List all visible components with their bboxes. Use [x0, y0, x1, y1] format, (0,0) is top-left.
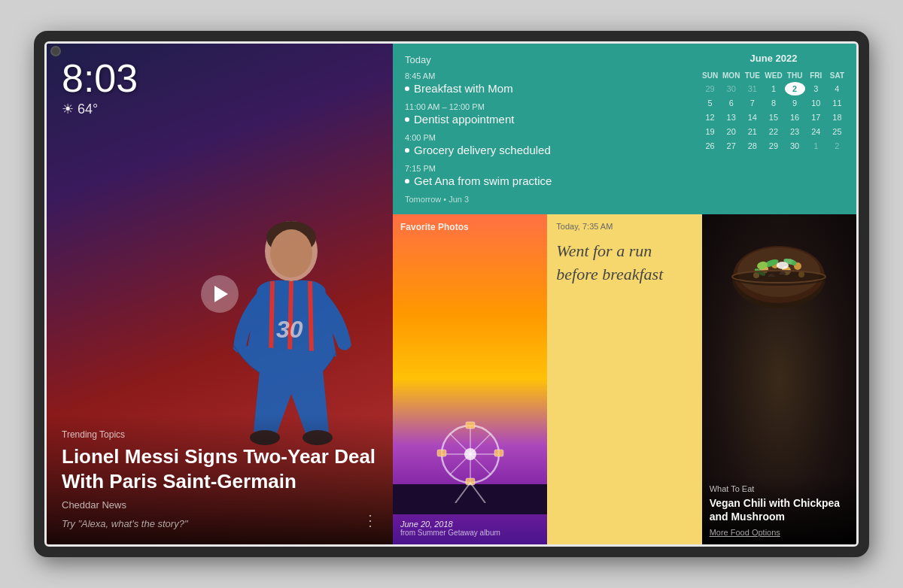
cal-day[interactable]: 28 — [742, 139, 762, 153]
news-content: Trending Topics Lionel Messi Signs Two-Y… — [47, 414, 393, 544]
cal-day[interactable]: 26 — [700, 139, 720, 153]
event-1-title: Breakfast with Mom — [405, 82, 679, 95]
cal-day[interactable]: 19 — [700, 125, 720, 138]
cal-day[interactable]: 21 — [742, 125, 762, 138]
left-panel: 30 8:03 ☀ 64° Trending Topics Lion — [47, 44, 393, 544]
photo-date: June 20, 2018 — [400, 520, 540, 529]
svg-line-17 — [470, 483, 485, 503]
mini-calendar: June 2022 SUN MON TUE WED THU FRI SAT 29… — [691, 44, 856, 214]
cal-fri: FRI — [806, 70, 826, 81]
cal-day[interactable]: 16 — [785, 111, 805, 124]
tomorrow-label: Tomorrow • Jun 3 — [405, 195, 679, 204]
cal-day[interactable]: 29 — [700, 82, 720, 95]
cal-day[interactable]: 13 — [721, 111, 741, 124]
event-4[interactable]: 7:15 PM Get Ana from swim practice — [405, 164, 679, 187]
svg-point-32 — [792, 261, 796, 265]
cal-day[interactable]: 3 — [806, 82, 826, 95]
calendar-title: June 2022 — [700, 53, 847, 64]
cal-day[interactable]: 30 — [785, 139, 805, 153]
note-text: Went for a run before breakfast — [556, 240, 692, 537]
cal-day[interactable]: 11 — [827, 96, 847, 110]
cal-day[interactable]: 1 — [806, 139, 826, 153]
cal-day[interactable]: 14 — [742, 111, 762, 124]
cal-tue: TUE — [742, 70, 762, 81]
ferris-wheel-icon — [429, 420, 512, 503]
svg-point-33 — [789, 259, 792, 263]
cal-day-today[interactable]: 2 — [785, 82, 805, 95]
cal-day[interactable]: 5 — [700, 96, 720, 110]
event-3[interactable]: 4:00 PM Grocery delivery scheduled — [405, 133, 679, 156]
cal-mon: MON — [721, 70, 741, 81]
event-dot — [405, 117, 409, 122]
cal-day[interactable]: 27 — [721, 139, 741, 153]
cal-day[interactable]: 15 — [763, 111, 783, 124]
food-recipe-title: Vegan Chili with Chickpea and Mushroom — [710, 496, 849, 523]
play-button[interactable] — [201, 275, 239, 313]
weather-display: ☀ 64° — [62, 101, 138, 117]
food-content: What To Eat Vegan Chili with Chickpea an… — [702, 214, 856, 544]
today-label: Today — [405, 54, 679, 65]
right-panel: Today 8:45 AM Breakfast with Mom 11:00 A… — [393, 44, 856, 544]
photos-tile-label: Favorite Photos — [400, 222, 540, 232]
event-2[interactable]: 11:00 AM – 12:00 PM Dentist appointment — [405, 102, 679, 126]
alexa-prompt: Try "Alexa, what's the story?" — [62, 518, 378, 529]
camera-icon — [50, 46, 61, 56]
svg-rect-15 — [437, 450, 446, 456]
photos-tile-label-area: Favorite Photos — [400, 222, 540, 238]
screen: 30 8:03 ☀ 64° Trending Topics Lion — [44, 41, 859, 547]
event-2-title: Dentist appointment — [405, 113, 679, 126]
event-3-time: 4:00 PM — [405, 133, 679, 142]
event-dot — [405, 148, 409, 153]
cal-day[interactable]: 30 — [721, 82, 741, 95]
today-events: Today 8:45 AM Breakfast with Mom 11:00 A… — [393, 44, 691, 214]
clock: 8:03 — [62, 59, 138, 98]
note-timestamp: Today, 7:35 AM — [556, 222, 692, 231]
bottom-tiles: Favorite Photos June 20, 2018 from Summe… — [393, 214, 856, 544]
cal-day[interactable]: 1 — [763, 82, 783, 95]
note-content: Today, 7:35 AM Went for a run before bre… — [547, 214, 701, 544]
cal-day[interactable]: 18 — [827, 111, 847, 124]
event-dot — [405, 179, 409, 183]
note-tile[interactable]: Today, 7:35 AM Went for a run before bre… — [547, 214, 701, 544]
sun-icon: ☀ — [62, 101, 74, 117]
event-4-time: 7:15 PM — [405, 164, 679, 173]
cal-sat: SAT — [827, 70, 847, 81]
cal-day[interactable]: 29 — [763, 139, 783, 153]
cal-day[interactable]: 6 — [721, 96, 741, 110]
more-food-options-link[interactable]: More Food Options — [710, 528, 849, 537]
event-4-title: Get Ana from swim practice — [405, 174, 679, 187]
photos-tile[interactable]: Favorite Photos June 20, 2018 from Summe… — [393, 214, 547, 544]
cal-day[interactable]: 20 — [721, 125, 741, 138]
event-1[interactable]: 8:45 AM Breakfast with Mom — [405, 71, 679, 95]
cal-day[interactable]: 12 — [700, 111, 720, 124]
cal-day[interactable]: 7 — [742, 96, 762, 110]
svg-line-16 — [455, 483, 470, 503]
photo-album: from Summer Getaway album — [400, 529, 540, 537]
event-dot — [405, 86, 409, 91]
cal-day[interactable]: 17 — [806, 111, 826, 124]
cal-day[interactable]: 4 — [827, 82, 847, 95]
cal-day[interactable]: 22 — [763, 125, 783, 138]
more-menu-button[interactable]: ⋮ — [363, 511, 378, 529]
cal-sun: SUN — [700, 70, 720, 81]
food-overlay: What To Eat Vegan Chili with Chickpea an… — [702, 477, 856, 544]
food-section-label: What To Eat — [710, 484, 849, 493]
trending-label: Trending Topics — [62, 429, 378, 440]
event-1-time: 8:45 AM — [405, 71, 679, 80]
cal-day[interactable]: 31 — [742, 82, 762, 95]
cal-wed: WED — [763, 70, 783, 81]
food-bowl-image — [726, 233, 832, 312]
svg-point-30 — [777, 262, 789, 269]
cal-day[interactable]: 2 — [827, 139, 847, 153]
news-headline[interactable]: Lionel Messi Signs Two-Year Deal With Pa… — [62, 444, 378, 493]
device-frame: 30 8:03 ☀ 64° Trending Topics Lion — [34, 31, 869, 557]
cal-day[interactable]: 9 — [785, 96, 805, 110]
cal-day[interactable]: 24 — [806, 125, 826, 138]
cal-day[interactable]: 10 — [806, 96, 826, 110]
calendar-grid: SUN MON TUE WED THU FRI SAT 29 30 31 1 2… — [700, 70, 847, 153]
food-tile[interactable]: What To Eat Vegan Chili with Chickpea an… — [702, 214, 856, 544]
cal-day[interactable]: 23 — [785, 125, 805, 138]
event-3-title: Grocery delivery scheduled — [405, 144, 679, 156]
cal-day[interactable]: 25 — [827, 125, 847, 138]
cal-day[interactable]: 8 — [763, 96, 783, 110]
